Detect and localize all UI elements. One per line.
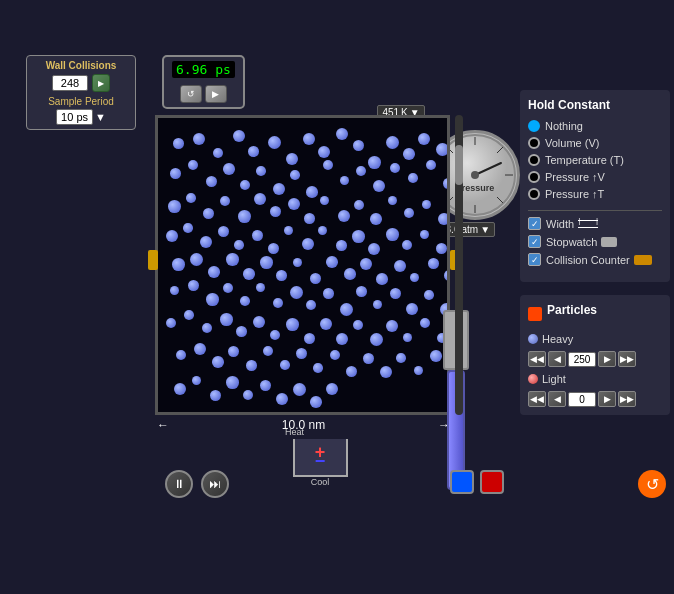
- particle-130: [380, 366, 392, 378]
- scroll-thumb[interactable]: [455, 145, 463, 185]
- particle-10: [353, 140, 364, 151]
- radio-nothing[interactable]: Nothing: [528, 120, 662, 132]
- particle-135: [174, 383, 186, 395]
- light-fwd-btn[interactable]: ▶: [598, 391, 616, 407]
- hold-constant-title: Hold Constant: [528, 98, 662, 112]
- particle-83: [444, 270, 450, 281]
- checkbox-width[interactable]: Width: [528, 217, 662, 230]
- particle-79: [376, 273, 388, 285]
- radio-pressure-t-circle: [528, 188, 540, 200]
- step-button[interactable]: ⏭: [201, 470, 229, 498]
- pressure-unit: atm: [461, 224, 478, 235]
- particle-26: [340, 176, 349, 185]
- molecule-btn-red[interactable]: [480, 470, 504, 494]
- divider-1: [528, 210, 662, 211]
- timer-value: 6.96 ps: [172, 61, 235, 78]
- scroll-area[interactable]: [455, 115, 463, 415]
- beaker-body[interactable]: + −: [293, 439, 348, 477]
- particle-58: [302, 238, 314, 250]
- heavy-fwd-btn[interactable]: ▶: [598, 351, 616, 367]
- sample-period-label: Sample Period: [33, 96, 129, 107]
- particle-50: [166, 230, 178, 242]
- particle-82: [428, 258, 439, 269]
- particle-124: [280, 360, 290, 370]
- particle-110: [320, 318, 332, 330]
- hold-constant-panel: Hold Constant Nothing Volume (V) Tempera…: [520, 90, 670, 282]
- wall-collisions-play-btn[interactable]: ▶: [92, 74, 110, 92]
- particle-92: [306, 300, 316, 310]
- heavy-next-btn[interactable]: ▶▶: [618, 351, 636, 367]
- particle-34: [186, 193, 196, 203]
- particle-139: [243, 390, 253, 400]
- light-back-btn[interactable]: ◀: [548, 391, 566, 407]
- checkbox-width-label: Width: [546, 218, 598, 230]
- particle-8: [318, 146, 330, 158]
- particle-121: [228, 346, 239, 357]
- heavy-particle-label: Heavy: [542, 333, 662, 345]
- particle-48: [422, 200, 431, 209]
- particle-59: [318, 226, 327, 235]
- radio-pressure-v-label: Pressure ↑V: [545, 171, 605, 183]
- checkbox-collision-label: Collision Counter: [546, 254, 652, 266]
- particle-136: [192, 376, 201, 385]
- cool-label: Cool: [311, 477, 330, 487]
- particle-73: [276, 270, 287, 281]
- particle-120: [212, 356, 224, 368]
- collision-counter-icon: [634, 255, 652, 265]
- particle-7: [303, 133, 315, 145]
- radio-volume[interactable]: Volume (V): [528, 137, 662, 149]
- particle-87: [223, 283, 233, 293]
- heavy-particle-controls: ◀◀ ◀ 250 ▶ ▶▶: [528, 351, 662, 367]
- particle-66: [436, 243, 447, 254]
- left-arrow: ←: [157, 418, 169, 432]
- particle-141: [276, 393, 288, 405]
- particle-4: [248, 146, 259, 157]
- particle-70: [226, 253, 239, 266]
- main-controls: ⏸ ⏭: [165, 470, 229, 498]
- left-resize-handle[interactable]: [148, 250, 158, 270]
- timer-play-btn[interactable]: ▶: [205, 85, 227, 103]
- sample-period-dropdown-arrow[interactable]: ▼: [95, 111, 106, 123]
- light-next-btn[interactable]: ▶▶: [618, 391, 636, 407]
- particle-46: [388, 196, 397, 205]
- radio-temperature[interactable]: Temperature (T): [528, 154, 662, 166]
- particle-86: [206, 293, 219, 306]
- particle-36: [220, 196, 230, 206]
- particle-5: [268, 136, 281, 149]
- particle-80: [394, 260, 406, 272]
- sample-period-value: 10 ps: [56, 109, 93, 125]
- particle-28: [373, 180, 385, 192]
- particle-13: [403, 148, 415, 160]
- timer-reset-btn[interactable]: ↺: [180, 85, 202, 103]
- particle-143: [310, 396, 322, 408]
- heavy-prev-btn[interactable]: ◀◀: [528, 351, 546, 367]
- checkbox-stopwatch[interactable]: Stopwatch: [528, 235, 662, 248]
- refresh-button[interactable]: ↺: [638, 470, 666, 498]
- particle-11: [368, 156, 381, 169]
- radio-nothing-label: Nothing: [545, 120, 583, 132]
- pressure-dropdown-arrow[interactable]: ▼: [480, 224, 490, 235]
- particle-74: [293, 258, 302, 267]
- molecule-btn-blue[interactable]: [450, 470, 474, 494]
- pause-button[interactable]: ⏸: [165, 470, 193, 498]
- radio-pressure-t[interactable]: Pressure ↑T: [528, 188, 662, 200]
- particle-47: [404, 208, 414, 218]
- heavy-particle-row: Heavy: [528, 333, 662, 345]
- radio-nothing-circle: [528, 120, 540, 132]
- particle-144: [326, 383, 338, 395]
- width-icon: [578, 220, 598, 228]
- light-prev-btn[interactable]: ◀◀: [528, 391, 546, 407]
- checkbox-collision-box: [528, 253, 541, 266]
- particle-113: [370, 333, 383, 346]
- particle-64: [402, 240, 412, 250]
- particle-40: [288, 198, 300, 210]
- radio-pressure-v[interactable]: Pressure ↑V: [528, 171, 662, 183]
- timer-area: 6.96 ps ↺ ▶: [162, 55, 245, 109]
- particle-65: [420, 230, 429, 239]
- particle-84: [170, 286, 179, 295]
- heavy-back-btn[interactable]: ◀: [548, 351, 566, 367]
- particle-27: [356, 166, 366, 176]
- checkbox-collision-counter[interactable]: Collision Counter: [528, 253, 662, 266]
- particle-68: [190, 253, 203, 266]
- particle-61: [352, 230, 365, 243]
